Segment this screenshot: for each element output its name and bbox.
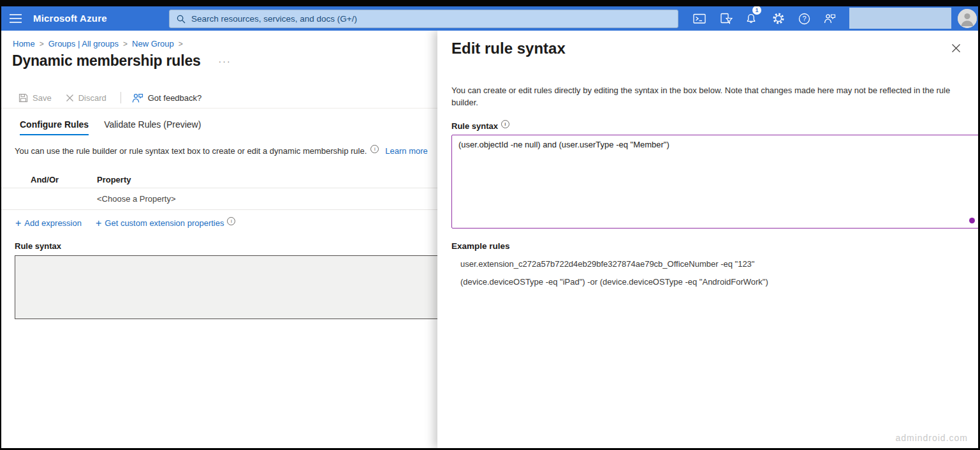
close-icon[interactable] (950, 42, 962, 54)
plus-icon: + (15, 219, 21, 227)
page-title: Dynamic membership rules (12, 52, 201, 70)
hamburger-menu-icon[interactable] (10, 12, 22, 25)
feedback-person-icon (131, 93, 143, 103)
breadcrumb: Home>Groups | All groups>New Group> (1, 31, 439, 49)
search-icon (177, 15, 186, 24)
add-expression-label: Add expression (24, 218, 82, 228)
command-bar: Save Discard Got feedback? (18, 90, 439, 105)
column-header-andor: And/Or (1, 175, 97, 184)
dynamic-membership-rules-page: Home>Groups | All groups>New Group> Dyna… (1, 31, 439, 448)
divider (121, 92, 121, 103)
cursor-dot (969, 218, 975, 223)
azure-top-bar: Microsoft Azure Search resources, servic… (1, 6, 978, 31)
panel-title: Edit rule syntax (451, 31, 964, 57)
intro-text: You can use the rule builder or rule syn… (15, 146, 367, 156)
example-rule-1: user.extension_c272a57b722d4eb29bfe32787… (451, 259, 964, 269)
discard-x-icon (66, 94, 74, 102)
discard-label: Discard (78, 93, 106, 103)
discard-button[interactable]: Discard (66, 93, 106, 103)
info-icon[interactable]: i (501, 120, 509, 128)
got-feedback-button[interactable]: Got feedback? (131, 93, 202, 103)
rule-syntax-label: Rule syntax (15, 241, 439, 251)
brand-title[interactable]: Microsoft Azure (33, 13, 107, 24)
rule-syntax-editor[interactable]: (user.objectId -ne null) and (user.userT… (451, 135, 978, 229)
watermark: admindroid.com (895, 433, 968, 443)
browser-viewport: Microsoft Azure Search resources, servic… (1, 6, 978, 448)
settings-gear-icon[interactable] (772, 12, 786, 25)
chevron-right-icon: > (40, 40, 44, 49)
plus-icon: + (96, 219, 101, 227)
avatar[interactable] (958, 9, 977, 28)
breadcrumb-groups[interactable]: Groups | All groups (48, 39, 119, 49)
panel-description: You can create or edit rules directly by… (451, 84, 958, 109)
column-header-property: Property (97, 175, 131, 184)
breadcrumb-new-group[interactable]: New Group (132, 39, 174, 49)
rule-builder-table: And/Or Property <Choose a Property> (1, 171, 439, 210)
account-name-redacted (849, 8, 951, 29)
get-custom-extension-link[interactable]: + Get custom extension properties i (96, 218, 236, 228)
tab-strip: Configure Rules Validate Rules (Preview) (20, 119, 439, 135)
save-button[interactable]: Save (18, 93, 52, 103)
got-feedback-label: Got feedback? (148, 93, 202, 103)
table-row: <Choose a Property> (1, 188, 439, 210)
feedback-icon[interactable] (823, 12, 837, 25)
example-rule-2: (device.deviceOSType -eq "iPad") -or (de… (451, 277, 964, 287)
add-expression-link[interactable]: + Add expression (15, 218, 82, 228)
global-search-input[interactable]: Search resources, services, and docs (G+… (169, 10, 678, 28)
panel-rule-syntax-label: Rule syntax (451, 121, 498, 131)
tab-configure-rules[interactable]: Configure Rules (20, 119, 89, 135)
notification-count-badge: 1 (752, 6, 761, 15)
info-icon[interactable]: i (227, 217, 235, 225)
property-dropdown[interactable]: <Choose a Property> (97, 194, 176, 204)
table-header-row: And/Or Property (1, 171, 439, 188)
screenshot-frame: Microsoft Azure Search resources, servic… (0, 0, 980, 450)
get-custom-extension-label: Get custom extension properties (105, 218, 224, 228)
divider (1, 108, 439, 109)
overflow-menu-icon[interactable]: ··· (219, 56, 231, 66)
help-icon[interactable]: ? (797, 12, 811, 25)
cloud-shell-icon[interactable] (692, 12, 706, 25)
rule-syntax-value: (user.objectId -ne null) and (user.userT… (458, 140, 669, 149)
info-icon[interactable]: i (370, 145, 379, 153)
breadcrumb-home[interactable]: Home (13, 39, 35, 49)
learn-more-link[interactable]: Learn more (385, 146, 427, 156)
example-rules-title: Example rules (451, 241, 964, 251)
rule-syntax-textbox-disabled (15, 255, 439, 319)
save-label: Save (33, 93, 52, 103)
save-icon (18, 93, 28, 103)
directory-filter-icon[interactable] (719, 12, 733, 25)
chevron-right-icon: > (123, 40, 128, 49)
search-placeholder: Search resources, services, and docs (G+… (191, 14, 357, 24)
edit-rule-syntax-panel: Edit rule syntax You can create or edit … (437, 31, 978, 448)
tab-validate-rules[interactable]: Validate Rules (Preview) (104, 119, 201, 135)
chevron-right-icon: > (179, 40, 183, 49)
svg-text:?: ? (802, 15, 806, 22)
